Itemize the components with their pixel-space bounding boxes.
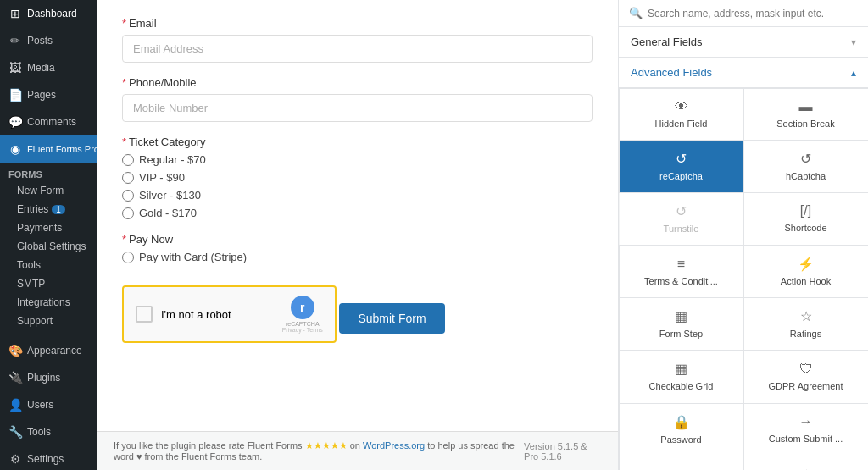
sidebar-item-users[interactable]: 👤 Users (0, 391, 97, 418)
ticket-option-4[interactable]: Gold - $170 (122, 207, 593, 219)
field-item-custom-submit[interactable]: →Custom Submit ... (743, 403, 869, 456)
email-field-group: * Email (122, 17, 593, 63)
comments-icon: 💬 (8, 115, 22, 129)
ratings-label: Ratings (790, 329, 821, 340)
hidden-field-label: Hidden Field (655, 119, 708, 130)
entries-badge: 1 (52, 205, 65, 214)
email-input[interactable] (122, 35, 593, 63)
advanced-fields-header[interactable]: Advanced Fields ▴ (619, 58, 868, 88)
phone-input[interactable] (122, 94, 593, 122)
general-fields-header[interactable]: General Fields ▾ (619, 27, 868, 57)
shortcode-icon: [/] (800, 203, 811, 218)
ticket-option-3[interactable]: Silver - $130 (122, 189, 593, 202)
field-item-range-slider[interactable]: ⟺Range Slider (619, 456, 744, 470)
ticket-radio-1[interactable] (122, 154, 134, 166)
phone-required-star: * (122, 76, 126, 89)
field-item-action-hook[interactable]: ⚡Action Hook (743, 245, 869, 298)
turnstile-icon: ↺ (676, 203, 687, 219)
hcaptcha-icon: ↺ (800, 151, 811, 167)
ticket-radio-2[interactable] (122, 172, 134, 184)
field-item-checkable-grid[interactable]: ▦Checkable Grid (619, 350, 744, 403)
sidebar-item-appearance[interactable]: 🎨 Appearance (0, 337, 97, 364)
field-item-recaptcha[interactable]: ↺reCaptcha (619, 140, 744, 193)
dashboard-icon: ⊞ (8, 7, 22, 20)
form-step-label: Form Step (659, 329, 703, 340)
recaptcha-inner: I'm not a robot (136, 306, 231, 323)
ticket-label: * Ticket Category (122, 135, 593, 148)
recaptcha-checkbox[interactable] (136, 306, 153, 323)
sidebar-sub-smtp[interactable]: SMTP (0, 274, 97, 293)
field-item-form-step[interactable]: ▦Form Step (619, 297, 744, 351)
settings-icon: ⚙ (8, 452, 22, 466)
sidebar-sub-integrations[interactable]: Integrations (0, 293, 97, 312)
custom-submit-icon: → (799, 414, 813, 429)
sidebar-sub-tools[interactable]: Tools (0, 256, 97, 274)
field-item-turnstile: ↺Turnstile (619, 192, 744, 246)
forms-section-label: Forms (0, 163, 97, 181)
ticket-radio-3[interactable] (122, 190, 134, 202)
field-item-net-promoter[interactable]: ☆Net Promoter Sc... (743, 456, 869, 470)
checkable-grid-icon: ▦ (675, 361, 687, 377)
field-item-terms-conditions[interactable]: ≡Terms & Conditi... (619, 245, 744, 298)
sidebar-sub-new-form[interactable]: New Form (0, 181, 97, 200)
hcaptcha-label: hCaptcha (786, 171, 826, 182)
ratings-icon: ☆ (800, 308, 812, 324)
field-item-shortcode[interactable]: [/]Shortcode (743, 192, 869, 246)
phone-label: * Phone/Mobile (122, 76, 593, 89)
pay-option-stripe[interactable]: Pay with Card (Stripe) (122, 251, 593, 263)
sidebar-sub-global-settings[interactable]: Global Settings (0, 237, 97, 256)
field-item-hcaptcha[interactable]: ↺hCaptcha (743, 140, 869, 193)
terms-conditions-icon: ≡ (677, 257, 685, 272)
sidebar-item-posts[interactable]: ✏ Posts (0, 27, 97, 54)
fields-grid-container: 👁Hidden Field▬Section Break↺reCaptcha↺hC… (619, 88, 868, 470)
action-hook-label: Action Hook (781, 276, 831, 287)
recaptcha-icon: ↺ (676, 151, 687, 167)
submit-button[interactable]: Submit Form (339, 303, 444, 334)
password-label: Password (660, 434, 701, 445)
field-item-password[interactable]: 🔒Password (619, 403, 744, 456)
field-item-hidden-field[interactable]: 👁Hidden Field (619, 88, 744, 141)
recaptcha-label: reCaptcha (659, 171, 703, 182)
recaptcha-box[interactable]: I'm not a robot r reCAPTCHA Privacy - Te… (122, 285, 337, 343)
sidebar-item-dashboard[interactable]: ⊞ Dashboard (0, 0, 97, 27)
ticket-radio-4[interactable] (122, 207, 134, 219)
footer-text: If you like the plugin please rate Fluen… (114, 440, 524, 462)
field-search-input[interactable] (648, 8, 858, 19)
field-item-ratings[interactable]: ☆Ratings (743, 297, 869, 351)
field-item-section-break[interactable]: ▬Section Break (743, 88, 869, 141)
terms-conditions-label: Terms & Conditi... (644, 276, 718, 287)
footer-link[interactable]: WordPress.org (363, 440, 425, 451)
shortcode-label: Shortcode (784, 223, 826, 234)
sidebar-item-settings[interactable]: ⚙ Settings (0, 445, 97, 470)
search-icon: 🔍 (629, 7, 643, 19)
ticket-option-2[interactable]: VIP - $90 (122, 171, 593, 184)
ticket-option-1[interactable]: Regular - $70 (122, 153, 593, 166)
sidebar-sub-payments[interactable]: Payments (0, 218, 97, 237)
section-break-icon: ▬ (799, 99, 813, 114)
gdpr-agreement-label: GDPR Agreement (768, 381, 843, 392)
sidebar: ⊞ Dashboard ✏ Posts 🖼 Media 📄 Pages 💬 Co… (0, 0, 97, 470)
sidebar-item-fluent[interactable]: ◉ Fluent Forms Pro (0, 135, 97, 163)
sidebar-item-plugins[interactable]: 🔌 Plugins (0, 364, 97, 391)
recaptcha-logo-img: r (291, 296, 314, 319)
sidebar-item-pages[interactable]: 📄 Pages (0, 81, 97, 108)
sidebar-item-media[interactable]: 🖼 Media (0, 54, 97, 81)
field-item-gdpr-agreement[interactable]: 🛡GDPR Agreement (743, 350, 869, 403)
sidebar-item-tools2[interactable]: 🔧 Tools (0, 418, 97, 445)
form-area: * Email * Phone/Mobile * Ticket Category… (97, 0, 618, 431)
right-panel: 🔍 General Fields ▾ Advanced Fields ▴ 👁Hi… (618, 0, 868, 470)
custom-submit-label: Custom Submit ... (769, 434, 843, 445)
posts-icon: ✏ (8, 34, 22, 47)
fluent-icon: ◉ (8, 142, 22, 156)
sidebar-sub-support[interactable]: Support (0, 312, 97, 330)
checkable-grid-label: Checkable Grid (649, 381, 714, 392)
pay-radio-stripe[interactable] (122, 252, 134, 263)
sidebar-sub-entries[interactable]: Entries 1 (0, 200, 97, 218)
footer-stars: ★★★★★ (305, 440, 348, 451)
advanced-fields-section: Advanced Fields ▴ 👁Hidden Field▬Section … (619, 58, 868, 470)
net-promoter-icon: ☆ (800, 467, 812, 470)
ticket-required-star: * (122, 135, 126, 148)
main-content: * Email * Phone/Mobile * Ticket Category… (97, 0, 618, 470)
sidebar-item-comments[interactable]: 💬 Comments (0, 108, 97, 135)
gdpr-agreement-icon: 🛡 (799, 362, 813, 377)
